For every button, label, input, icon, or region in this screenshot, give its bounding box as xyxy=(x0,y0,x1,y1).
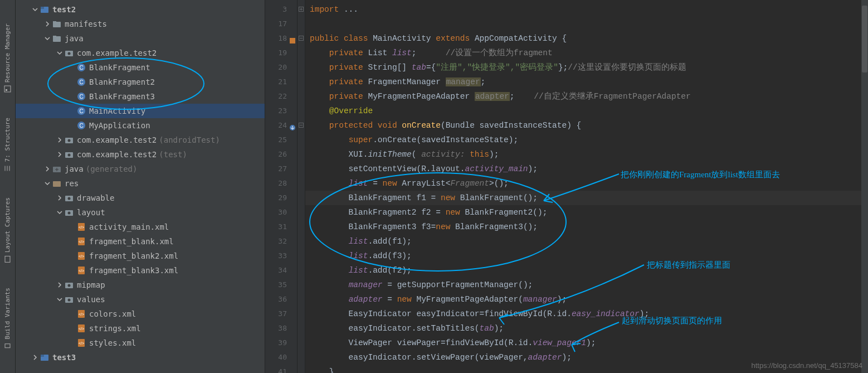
code-line-18[interactable]: public class MainActivity extends AppCom… xyxy=(305,31,868,46)
tree-item-com-example-test2[interactable]: com.example.test2(test) xyxy=(16,147,265,162)
tree-item-label: com.example.test2 xyxy=(77,49,157,57)
project-tree[interactable]: test2manifestsjavacom.example.test2CBlan… xyxy=(16,0,265,373)
pkg-icon xyxy=(65,280,74,289)
tree-item-drawable[interactable]: drawable xyxy=(16,191,265,205)
tree-item-blankfragment[interactable]: CBlankFragment xyxy=(16,60,265,75)
tree-item-fragment-blank-xml[interactable]: </>fragment_blank.xml xyxy=(16,234,265,249)
tree-item-colors-xml[interactable]: </>colors.xml xyxy=(16,307,265,321)
tree-item-label: mipmap xyxy=(77,280,105,289)
code-line-36[interactable]: adapter = new MyFragmentPageAdapter(mana… xyxy=(305,292,868,307)
code-line-39[interactable]: ViewPager viewPager=findViewById(R.id.vi… xyxy=(305,336,868,350)
code-line-23[interactable]: @Override xyxy=(305,104,868,118)
tree-item-values[interactable]: values xyxy=(16,292,265,307)
tool-structure[interactable]: 7: Structure xyxy=(4,113,11,176)
tree-item-layout[interactable]: layout xyxy=(16,205,265,220)
tree-item-styles-xml[interactable]: </>styles.xml xyxy=(16,336,265,350)
code-line-34[interactable]: list.add(f2); xyxy=(305,263,868,278)
tool-window-bar: Resource Manager 7: Structure Layout Cap… xyxy=(0,0,16,373)
override-gutter-icon[interactable] xyxy=(289,122,296,136)
code-line-22[interactable]: private MyFragmentPageAdapter adapter; /… xyxy=(305,89,868,104)
code-line-25[interactable]: super.onCreate(savedInstanceState); xyxy=(305,133,868,147)
line-number: 18 xyxy=(265,31,287,46)
code-line-28[interactable]: list = new ArrayList<Fragment>(); xyxy=(305,176,868,191)
tree-item-res[interactable]: res xyxy=(16,176,265,191)
xml-icon: </> xyxy=(77,237,86,246)
class-icon: C xyxy=(77,77,86,86)
code-line-38[interactable]: easyIndicator.setTabTitles(tab); xyxy=(305,321,868,336)
code-editor[interactable]: 3171819202122232425262728293031323334353… xyxy=(265,0,868,373)
line-number: 37 xyxy=(265,307,287,321)
expand-arrow-icon[interactable] xyxy=(56,49,64,57)
expand-arrow-icon[interactable] xyxy=(31,353,39,361)
svg-point-31 xyxy=(68,212,71,215)
expand-arrow-icon[interactable] xyxy=(43,35,51,42)
code-line-29[interactable]: BlankFragment f1 = new BlankFragment(); xyxy=(305,191,868,205)
code-line-31[interactable]: BlankFragment3 f3=new BlankFragment3(); xyxy=(305,220,868,234)
code-area[interactable]: import ...public class MainActivity exte… xyxy=(305,0,868,373)
expand-arrow-icon[interactable] xyxy=(56,194,64,202)
tree-item-mipmap[interactable]: mipmap xyxy=(16,278,265,292)
tree-item-java[interactable]: java(generated) xyxy=(16,162,265,176)
expand-arrow-icon[interactable] xyxy=(56,296,64,303)
fold-toggle-icon[interactable] xyxy=(299,123,304,128)
tree-item-qualifier: (androidTest) xyxy=(159,135,220,144)
tree-item-activity-main-xml[interactable]: </>activity_main.xml xyxy=(16,220,265,234)
code-line-37[interactable]: EasyIndicator easyIndicator=findViewById… xyxy=(305,307,868,321)
fold-toggle-icon[interactable] xyxy=(299,7,304,12)
line-number: 19 xyxy=(265,46,287,60)
fold-column[interactable] xyxy=(298,0,305,373)
expand-arrow-icon[interactable] xyxy=(43,20,51,28)
tree-item-com-example-test2[interactable]: com.example.test2 xyxy=(16,46,265,60)
code-line-20[interactable]: private String[] tab={"注册","快捷登录","密码登录"… xyxy=(305,60,868,75)
expand-arrow-icon[interactable] xyxy=(43,180,51,187)
expand-arrow-icon[interactable] xyxy=(56,151,64,158)
editor-scrollbar[interactable] xyxy=(861,0,868,373)
no-arrow xyxy=(68,78,76,86)
expand-arrow-icon[interactable] xyxy=(56,281,64,289)
code-line-26[interactable]: XUI.initTheme( activity: this); xyxy=(305,147,868,162)
pkg-icon xyxy=(65,193,74,202)
tree-item-fragment-blank2-xml[interactable]: </>fragment_blank2.xml xyxy=(16,249,265,263)
code-line-33[interactable]: list.add(f3); xyxy=(305,249,868,263)
svg-rect-9 xyxy=(53,36,56,37)
code-line-3[interactable]: import ... xyxy=(305,2,868,17)
line-number: 22 xyxy=(265,89,287,104)
tree-item-myapplication[interactable]: CMyApplication xyxy=(16,118,265,133)
expand-arrow-icon[interactable] xyxy=(56,136,64,144)
tool-layout-captures[interactable]: Layout Captures xyxy=(4,193,11,267)
xml-icon: </> xyxy=(77,338,86,347)
tree-item-label: values xyxy=(77,295,105,304)
expand-arrow-icon[interactable] xyxy=(43,165,51,173)
tree-item-java[interactable]: java xyxy=(16,31,265,46)
tool-build-variants[interactable]: Build Variants xyxy=(4,283,11,354)
tree-item-blankfragment2[interactable]: CBlankFragment2 xyxy=(16,75,265,89)
code-line-24[interactable]: protected void onCreate(Bundle savedInst… xyxy=(305,118,868,133)
code-line-21[interactable]: private FragmentManager manager; xyxy=(305,75,868,89)
tree-item-strings-xml[interactable]: </>strings.xml xyxy=(16,321,265,336)
tree-item-test2[interactable]: test2 xyxy=(16,2,265,17)
code-line-27[interactable]: setContentView(R.layout.activity_main); xyxy=(305,162,868,176)
editor-gutter: 3171819202122232425262728293031323334353… xyxy=(265,0,298,373)
line-number: 26 xyxy=(265,147,287,162)
tree-item-manifests[interactable]: manifests xyxy=(16,17,265,31)
line-number: 17 xyxy=(265,17,287,31)
tree-item-label: colors.xml xyxy=(89,309,136,318)
code-line-32[interactable]: list.add(f1); xyxy=(305,234,868,249)
code-line-35[interactable]: manager = getSupportFragmentManager(); xyxy=(305,278,868,292)
tree-item-mainactivity[interactable]: CMainActivity xyxy=(16,104,265,118)
fold-toggle-icon[interactable] xyxy=(299,36,304,41)
code-line-19[interactable]: private List list; //设置一个数组为fragment xyxy=(305,46,868,60)
svg-text:C: C xyxy=(79,123,83,129)
tree-item-test3[interactable]: test3 xyxy=(16,350,265,365)
tool-resource-manager[interactable]: Resource Manager xyxy=(4,19,11,97)
scrollbar-thumb[interactable] xyxy=(862,6,867,72)
svg-rect-7 xyxy=(53,21,56,23)
code-line-17[interactable] xyxy=(305,17,868,31)
tree-item-com-example-test2[interactable]: com.example.test2(androidTest) xyxy=(16,133,265,147)
code-line-30[interactable]: BlankFragment2 f2 = new BlankFragment2()… xyxy=(305,205,868,220)
tree-item-fragment-blank3-xml[interactable]: </>fragment_blank3.xml xyxy=(16,263,265,278)
tree-item-blankfragment3[interactable]: CBlankFragment3 xyxy=(16,89,265,104)
svg-rect-5 xyxy=(41,7,44,9)
expand-arrow-icon[interactable] xyxy=(56,209,64,216)
expand-arrow-icon[interactable] xyxy=(31,6,39,13)
